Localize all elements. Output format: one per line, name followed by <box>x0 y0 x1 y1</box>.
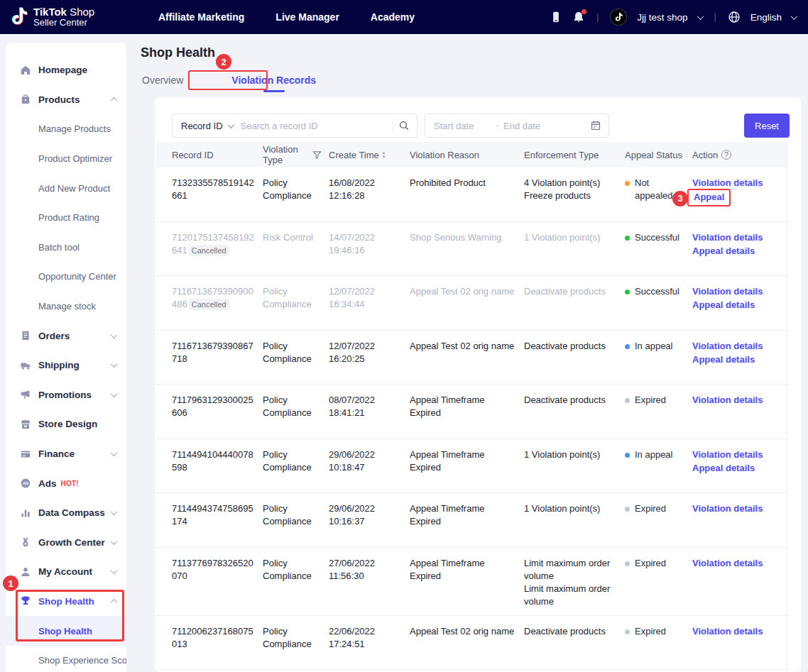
sidebar-item-shop-health[interactable]: Shop Health <box>6 587 126 617</box>
shop-avatar[interactable] <box>610 9 627 26</box>
cell-actions: Violation detailsAppeal details <box>692 231 787 269</box>
mobile-app-icon[interactable] <box>550 11 562 23</box>
action-link-violation-details[interactable]: Violation details <box>692 177 763 189</box>
sidebar-item-products[interactable]: Products <box>6 85 126 115</box>
annotation-circle-2: 2 <box>216 54 231 70</box>
sort-icon[interactable]: ▴▾ <box>383 150 386 159</box>
action-link-violation-details[interactable]: Violation details <box>692 625 763 638</box>
brand-logo[interactable]: TikTok Shop Seller Center <box>0 6 146 28</box>
sidebar-item-manage-stock[interactable]: Manage stock <box>6 292 126 321</box>
table-row: 7114494104440078598Policy Compliance29/0… <box>155 439 787 494</box>
cell-actions: Violation details <box>692 394 787 431</box>
sidebar-item-label: Opportunity Center <box>38 271 116 282</box>
sidebar-item-add-new-product[interactable]: Add New Product <box>6 173 126 203</box>
column-header-create-time[interactable]: Create Time▴▾ <box>329 150 410 160</box>
date-range-picker: - <box>425 114 609 138</box>
sidebar-item-shop-health[interactable]: Shop Health <box>6 616 126 646</box>
sidebar-item-my-account[interactable]: My Account <box>6 557 126 587</box>
sidebar-item-shop-experience-score[interactable]: Shop Experience Score <box>6 646 126 672</box>
chevron-down-icon[interactable] <box>227 121 234 128</box>
action-link-appeal-details[interactable]: Appeal details <box>692 299 755 312</box>
sidebar-item-manage-products[interactable]: Manage Products <box>6 114 126 144</box>
cell-enforcement-type: 1 Violation point(s) <box>524 502 625 540</box>
chevron-down-icon[interactable] <box>791 13 798 20</box>
cell-enforcement-type: Deactivate products <box>524 285 625 323</box>
action-link-appeal-details[interactable]: Appeal details <box>692 353 755 366</box>
status-label: In appeal <box>635 340 673 353</box>
search-input[interactable] <box>241 121 386 131</box>
action-link-appeal-details[interactable]: Appeal details <box>692 245 755 258</box>
topbar-link-live-manager[interactable]: Live Manager <box>275 11 339 23</box>
action-link-violation-details[interactable]: Violation details <box>692 448 763 461</box>
end-date-input[interactable] <box>503 121 562 131</box>
cell-violation-reason: Appeal Timeframe Expired <box>410 448 524 486</box>
topbar-link-academy[interactable]: Academy <box>371 11 415 23</box>
notification-bell-icon[interactable] <box>572 11 585 23</box>
column-header-violation-type[interactable]: Violation Type <box>263 144 329 165</box>
cell-actions: Violation details <box>692 502 787 540</box>
sidebar-item-opportunity-center[interactable]: Opportunity Center <box>6 262 126 292</box>
svg-text:AD: AD <box>23 481 28 485</box>
sidebar-item-growth-center[interactable]: Growth Center <box>6 528 126 558</box>
calendar-icon[interactable] <box>590 120 601 131</box>
cell-create-time: 14/07/202219:46:16 <box>329 231 410 269</box>
search-field-selector[interactable]: Record ID <box>181 121 223 131</box>
table-header: Record IDViolation TypeCreate Time▴▾Viol… <box>155 142 787 167</box>
sidebar-item-product-optimizer[interactable]: Product Optimizer <box>6 144 126 174</box>
sidebar-item-promotions[interactable]: Promotions <box>6 380 126 410</box>
action-link-appeal-details[interactable]: Appeal details <box>692 462 755 475</box>
globe-icon[interactable] <box>728 11 741 23</box>
cell-create-time: 29/06/202210:16:37 <box>329 502 410 540</box>
status-dot-gray <box>625 561 630 566</box>
divider <box>392 120 393 131</box>
sidebar-item-batch-tool[interactable]: Batch tool <box>6 233 126 263</box>
chevron-down-icon[interactable] <box>697 13 704 20</box>
sidebar-item-homepage[interactable]: Homepage <box>6 55 126 85</box>
data-icon <box>20 507 31 519</box>
shop-name[interactable]: Jjj test shop <box>637 12 687 23</box>
sidebar-item-ads[interactable]: ADAdsHOT! <box>6 468 126 498</box>
tab-overview[interactable]: Overview <box>142 75 183 86</box>
start-date-input[interactable] <box>434 121 492 131</box>
chevron-down-icon <box>111 331 118 338</box>
status-dot-gray <box>625 398 630 403</box>
tab-violation-records[interactable]: Violation Records <box>231 75 316 86</box>
sidebar-item-shipping[interactable]: Shipping <box>6 351 126 380</box>
sidebar-item-orders[interactable]: Orders <box>6 321 126 351</box>
sidebar-item-label: Add New Product <box>38 183 110 194</box>
action-link-violation-details[interactable]: Violation details <box>692 231 763 244</box>
action-link-violation-details[interactable]: Violation details <box>692 340 763 353</box>
action-link-violation-details[interactable]: Violation details <box>692 557 763 570</box>
column-label: Record ID <box>172 150 214 160</box>
action-link-violation-details[interactable]: Violation details <box>692 502 763 515</box>
cancelled-tag: Cancelled <box>189 299 229 310</box>
sidebar-item-label: Product Optimizer <box>38 153 112 164</box>
sidebar-item-label: Manage stock <box>38 301 96 312</box>
tabs: Overview Violation Records <box>142 75 316 86</box>
column-header-action[interactable]: Action? <box>692 150 787 160</box>
topbar: TikTok Shop Seller Center Affiliate Mark… <box>0 0 808 34</box>
search-icon[interactable] <box>398 120 410 131</box>
help-icon[interactable]: ? <box>721 150 731 160</box>
table-body: 7132335578519142661Policy Compliance16/0… <box>155 167 787 670</box>
sidebar-item-finance[interactable]: Finance <box>6 439 126 469</box>
topbar-link-affiliate-marketing[interactable]: Affiliate Marketing <box>158 11 244 23</box>
sidebar-item-data-compass[interactable]: Data Compass <box>6 498 126 528</box>
sidebar-item-product-rating[interactable]: Product Rating <box>6 203 126 233</box>
topbar-separator: | <box>713 12 718 22</box>
reset-button[interactable]: Reset <box>744 114 790 138</box>
action-link-appeal[interactable]: Appeal <box>687 189 731 206</box>
topbar-separator: | <box>595 12 600 22</box>
status-label: Successful <box>635 231 679 244</box>
brand-sub: Seller Center <box>33 18 94 28</box>
chevron-up-icon <box>111 599 118 606</box>
status-label: Successful <box>635 285 679 298</box>
action-link-violation-details[interactable]: Violation details <box>692 394 763 407</box>
cell-record-id: 7117963129300025606 <box>172 394 263 431</box>
cell-enforcement-type: Deactivate products <box>524 340 625 378</box>
language-label[interactable]: English <box>750 12 782 23</box>
growth-icon <box>20 536 31 548</box>
filter-icon[interactable] <box>312 150 322 160</box>
sidebar-item-store-design[interactable]: Store Design <box>6 409 126 439</box>
action-link-violation-details[interactable]: Violation details <box>692 285 763 298</box>
